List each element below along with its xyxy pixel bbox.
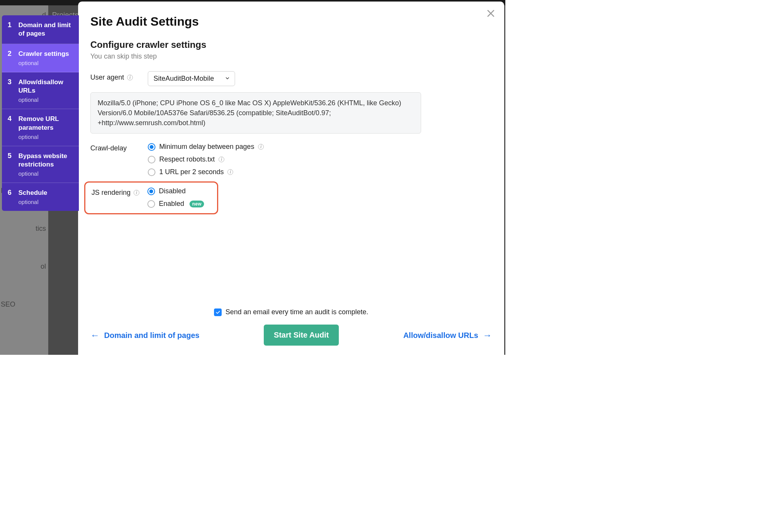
next-step-link[interactable]: Allow/disallow URLs → (403, 329, 492, 341)
wizard-step-6[interactable]: 6 Schedule optional (2, 183, 79, 211)
settings-modal: Site Audit Settings Configure crawler se… (78, 2, 504, 355)
user-agent-value: SiteAuditBot-Mobile (154, 75, 214, 82)
arrow-right-icon: → (483, 329, 492, 341)
info-icon[interactable]: i (258, 144, 264, 150)
info-icon[interactable]: i (219, 157, 224, 162)
wizard-step-number: 1 (8, 21, 14, 29)
section-subtitle: You can skip this step (90, 52, 492, 60)
wizard-step-number: 6 (8, 189, 14, 197)
wizard-step-1[interactable]: 1 Domain and limit of pages (2, 15, 79, 44)
modal-footer: Send an email every time an audit is com… (78, 303, 504, 355)
wizard-step-3[interactable]: 3 Allow/disallow URLs optional (2, 72, 79, 109)
radio-icon (148, 143, 155, 151)
wizard-step-number: 5 (8, 152, 14, 160)
crawl-delay-option-1per2[interactable]: 1 URL per 2 seconds i (148, 168, 264, 176)
wizard-step-title: Remove URL parameters (18, 115, 74, 132)
email-notify-label: Send an email every time an audit is com… (225, 308, 368, 316)
wizard-step-optional: optional (18, 170, 74, 177)
js-rendering-label: JS rendering i (91, 186, 147, 197)
user-agent-label: User agent i (90, 71, 148, 82)
wizard-step-optional: optional (18, 60, 74, 66)
wizard-step-title: Allow/disallow URLs (18, 78, 74, 95)
crawl-delay-label: Crawl-delay (90, 142, 148, 152)
close-button[interactable] (486, 8, 496, 18)
section-title: Configure crawler settings (90, 39, 492, 50)
check-icon (215, 310, 221, 315)
info-icon[interactable]: i (127, 75, 133, 80)
wizard-steps: 1 Domain and limit of pages 2 Crawler se… (2, 15, 79, 211)
wizard-step-2[interactable]: 2 Crawler settings optional (2, 44, 79, 72)
radio-icon (147, 188, 155, 195)
wizard-step-5[interactable]: 5 Bypass website restrictions optional (2, 146, 79, 183)
wizard-step-title: Crawler settings (18, 50, 74, 58)
wizard-step-optional: optional (18, 96, 74, 103)
user-agent-select[interactable]: SiteAuditBot-Mobile (148, 71, 235, 86)
crawl-delay-option-robots[interactable]: Respect robots.txt i (148, 155, 264, 163)
wizard-step-title: Domain and limit of pages (18, 21, 74, 38)
email-notify-checkbox[interactable] (214, 308, 222, 316)
info-icon[interactable]: i (227, 169, 233, 175)
crawl-delay-option-minimum[interactable]: Minimum delay between pages i (148, 143, 264, 151)
modal-title: Site Audit Settings (90, 15, 492, 29)
arrow-left-icon: ← (90, 329, 100, 341)
start-audit-button[interactable]: Start Site Audit (264, 325, 339, 346)
js-rendering-group: Disabled Enabled new (147, 187, 204, 208)
wizard-step-number: 3 (8, 78, 14, 86)
wizard-step-title: Bypass website restrictions (18, 152, 74, 169)
user-agent-string-box: Mozilla/5.0 (iPhone; CPU iPhone OS 6_0 l… (90, 92, 421, 134)
crawl-delay-group: Minimum delay between pages i Respect ro… (148, 143, 264, 176)
radio-icon (148, 168, 155, 176)
radio-icon (148, 156, 155, 163)
wizard-step-optional: optional (18, 134, 74, 140)
radio-icon (147, 200, 155, 208)
close-icon (486, 8, 496, 18)
wizard-step-4[interactable]: 4 Remove URL parameters optional (2, 109, 79, 146)
chevron-down-icon (225, 75, 230, 83)
new-badge: new (190, 201, 204, 207)
js-rendering-highlight: JS rendering i Disabled Enabled new (84, 181, 218, 214)
wizard-step-number: 4 (8, 115, 14, 123)
wizard-step-optional: optional (18, 199, 74, 205)
info-icon[interactable]: i (134, 190, 139, 196)
wizard-step-title: Schedule (18, 189, 74, 197)
prev-step-link[interactable]: ← Domain and limit of pages (90, 329, 199, 341)
js-option-disabled[interactable]: Disabled (147, 187, 204, 195)
js-option-enabled[interactable]: Enabled new (147, 200, 204, 208)
wizard-step-number: 2 (8, 50, 14, 58)
